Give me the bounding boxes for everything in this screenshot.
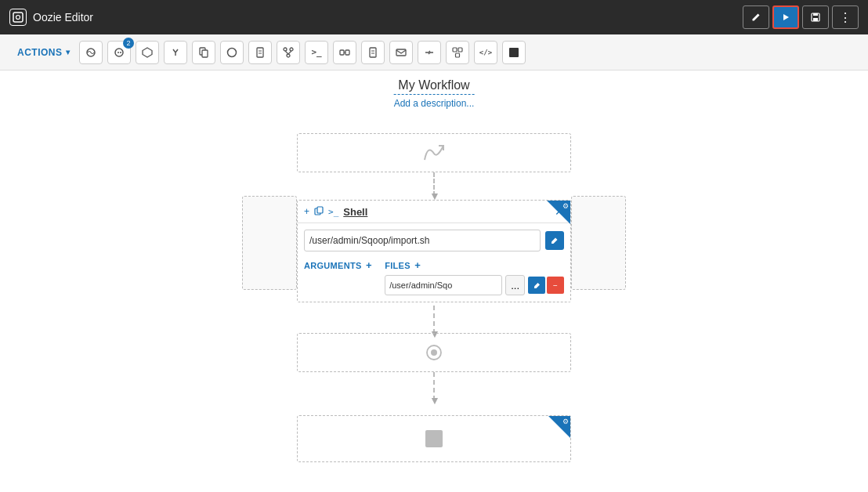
distcp-tool[interactable] [192, 41, 215, 64]
pig-badge: 2 [123, 38, 134, 49]
shell-file-edit-button[interactable] [528, 277, 545, 294]
svg-rect-29 [456, 53, 460, 57]
svg-marker-2 [783, 14, 789, 20]
copy-icon[interactable] [314, 206, 324, 218]
shell-title[interactable]: Shell [343, 206, 367, 218]
shell-header: + >_ Shell ✕ [298, 201, 570, 223]
svg-rect-30 [509, 48, 519, 57]
shell-file-actions: − [528, 277, 564, 294]
header-left: Oozie Editor [9, 9, 93, 26]
svg-rect-0 [13, 13, 23, 22]
shell-file-row: ... − [385, 275, 564, 295]
svg-rect-32 [317, 207, 323, 213]
svg-point-8 [118, 52, 119, 53]
svg-point-9 [120, 52, 121, 53]
actions-caret: ▾ [66, 48, 71, 56]
sqoop-tool[interactable] [333, 41, 356, 64]
shell-two-col: ARGUMENTS + FILES + ... [304, 258, 564, 295]
side-panel-left [242, 196, 297, 290]
stop-tool[interactable] [502, 41, 526, 64]
svg-rect-4 [813, 18, 818, 21]
java-tool[interactable] [220, 41, 244, 64]
shell-file-remove-button[interactable]: − [547, 277, 564, 294]
header-actions: ⋮ [743, 5, 859, 29]
arrow-3: ▼ [429, 394, 440, 407]
svg-rect-21 [345, 50, 349, 55]
canvas: My Workflow Add a description... ▼ ⚙ + >… [0, 71, 868, 492]
shell-tool[interactable]: >_ [305, 41, 328, 64]
svg-rect-5 [813, 13, 818, 16]
svg-rect-20 [340, 50, 344, 55]
pig-tool[interactable]: 2 [107, 41, 131, 64]
shell-file-input[interactable] [385, 275, 502, 295]
svg-point-13 [228, 48, 237, 56]
add-icon[interactable]: + [304, 206, 309, 217]
shell-cmd-row [304, 230, 564, 251]
spark-tool[interactable] [418, 41, 441, 64]
hive-tool[interactable] [136, 41, 159, 64]
shell-body: ARGUMENTS + FILES + ... [298, 223, 570, 302]
svg-rect-27 [453, 48, 457, 52]
subwf-tool[interactable] [446, 41, 469, 64]
shell-corner-badge [547, 201, 570, 224]
save-button[interactable] [802, 5, 829, 29]
bottom-node: ⚙ [297, 415, 571, 462]
app-title: Oozie Editor [33, 11, 93, 24]
add-argument-button[interactable]: + [366, 259, 372, 271]
fork-tool[interactable] [164, 41, 187, 64]
svg-rect-28 [458, 48, 462, 52]
bottom-node-icon [425, 430, 443, 447]
more-button[interactable]: ⋮ [832, 5, 859, 29]
svg-marker-10 [143, 48, 152, 57]
mapreduce-tool[interactable] [79, 41, 103, 64]
add-file-button[interactable]: + [414, 259, 421, 271]
svg-point-1 [16, 16, 20, 20]
end-node [297, 333, 571, 372]
doc-tool[interactable] [361, 41, 385, 64]
shell-arguments-col: ARGUMENTS + [304, 258, 378, 295]
files-label: FILES + [385, 261, 421, 270]
shell-node: ⚙ + >_ Shell ✕ ARGUMENTS [297, 200, 571, 302]
workflow-title-area: My Workflow Add a description... [394, 78, 475, 109]
oozie-icon [9, 9, 27, 26]
arguments-label: ARGUMENTS + [304, 261, 372, 270]
svg-point-17 [290, 48, 293, 51]
shell-files-col: FILES + ... − [385, 258, 564, 295]
svg-rect-12 [202, 50, 208, 57]
bottom-badge-icon: ⚙ [562, 418, 569, 425]
header: Oozie Editor ⋮ [0, 0, 868, 34]
actions-label: ACTIONS [17, 47, 63, 58]
svg-rect-23 [370, 48, 376, 57]
svg-rect-14 [257, 48, 263, 57]
workflow-description[interactable]: Add a description... [394, 98, 475, 109]
svg-point-19 [287, 54, 290, 57]
hdfs-tool[interactable] [248, 41, 272, 64]
edit-button[interactable] [743, 5, 769, 29]
start-node [297, 133, 571, 172]
svg-point-34 [431, 349, 437, 356]
actions-button[interactable]: ACTIONS ▾ [13, 44, 74, 61]
git-tool[interactable] [277, 41, 300, 64]
toolbar: ACTIONS ▾ 2 >_ [0, 34, 868, 71]
play-button[interactable] [772, 5, 799, 29]
terminal-icon: >_ [328, 207, 338, 217]
shell-cmd-input[interactable] [304, 230, 541, 251]
email-tool[interactable] [389, 41, 413, 64]
shell-file-browse-button[interactable]: ... [505, 275, 525, 295]
side-panel-right [571, 196, 626, 290]
svg-rect-26 [396, 49, 406, 56]
shell-edit-button[interactable] [545, 231, 564, 250]
svg-point-18 [284, 48, 287, 51]
xml-tool[interactable]: </> [474, 41, 497, 64]
workflow-title[interactable]: My Workflow [394, 78, 475, 95]
